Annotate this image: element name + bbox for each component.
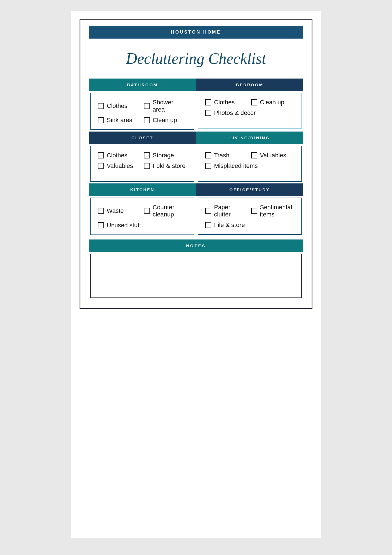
- checkbox[interactable]: [205, 152, 211, 158]
- checkbox[interactable]: [98, 103, 104, 109]
- item-label: Countercleanup: [153, 204, 174, 218]
- item-label: Clean up: [153, 117, 177, 124]
- item-label: Waste: [107, 207, 124, 215]
- checkbox[interactable]: [98, 163, 104, 169]
- kitchen-checklist: Waste Countercleanup Unused stuff: [98, 204, 187, 229]
- checkbox[interactable]: [205, 163, 211, 169]
- checkbox[interactable]: [251, 99, 257, 105]
- closet-section: CLOSET Clothes Storage: [89, 132, 196, 183]
- living-dining-section: LIVING/DINING Trash Valuables: [196, 132, 303, 183]
- office-study-header: OFFICE/STUDY: [196, 183, 303, 196]
- item-label: File & store: [214, 221, 245, 229]
- list-item: Photos & decor: [205, 109, 294, 117]
- list-item: File & store: [205, 221, 294, 229]
- sections-grid: BATHROOM Clothes Shower area: [89, 79, 303, 237]
- list-item: Trash: [205, 152, 248, 159]
- bedroom-body: Clothes Clean up Photos & decor: [198, 93, 302, 129]
- item-label: Clothes: [107, 152, 128, 159]
- list-item: Clothes: [98, 99, 141, 113]
- outer-border: HOUSTON HOME Decluttering Checklist BATH…: [80, 19, 312, 309]
- list-item: Sentimental items: [251, 204, 294, 218]
- item-label: Photos & decor: [214, 109, 256, 117]
- notes-body[interactable]: [90, 254, 302, 298]
- list-item: Fold & store: [144, 162, 187, 170]
- list-item: Clean up: [144, 117, 187, 124]
- item-label: Paper clutter: [214, 204, 248, 218]
- bathroom-section: BATHROOM Clothes Shower area: [89, 79, 196, 132]
- bedroom-checklist: Clothes Clean up Photos & decor: [205, 99, 294, 117]
- item-label: Valuables: [107, 162, 133, 170]
- checkbox[interactable]: [144, 103, 150, 109]
- list-item: Countercleanup: [144, 204, 187, 218]
- checkbox[interactable]: [98, 117, 104, 123]
- living-dining-header: LIVING/DINING: [196, 132, 303, 144]
- checkbox[interactable]: [144, 152, 150, 158]
- item-label: Trash: [214, 152, 229, 159]
- kitchen-header: KITCHEN: [89, 183, 196, 196]
- list-item: Clothes: [98, 152, 141, 159]
- checkbox[interactable]: [144, 117, 150, 123]
- closet-header: CLOSET: [89, 132, 196, 144]
- item-label: Valuables: [260, 152, 286, 159]
- item-label: Shower area: [153, 99, 187, 113]
- list-item: Paper clutter: [205, 204, 248, 218]
- item-label: Sink area: [107, 117, 133, 124]
- bedroom-section: BEDROOM Clothes Clean up: [196, 79, 303, 132]
- item-label: Misplaced items: [214, 162, 258, 170]
- item-label: Sentimental items: [260, 204, 294, 218]
- header-banner: HOUSTON HOME: [89, 26, 303, 39]
- checkbox[interactable]: [144, 163, 150, 169]
- item-label: Storage: [153, 152, 174, 159]
- notes-section: NOTES: [89, 239, 303, 298]
- office-study-section: OFFICE/STUDY Paper clutter Sentimental i…: [196, 183, 303, 237]
- list-item: Waste: [98, 204, 141, 218]
- kitchen-body: Waste Countercleanup Unused stuff: [90, 198, 194, 235]
- item-label: Clothes: [107, 102, 128, 110]
- list-item: Clothes: [205, 99, 248, 106]
- checkbox[interactable]: [205, 99, 211, 105]
- item-label: Unused stuff: [107, 222, 141, 229]
- list-item: Shower area: [144, 99, 187, 113]
- checkbox[interactable]: [98, 152, 104, 158]
- item-label: Clothes: [214, 99, 235, 106]
- kitchen-section: KITCHEN Waste Countercleanup: [89, 183, 196, 237]
- living-dining-body: Trash Valuables Misplaced items: [198, 146, 302, 182]
- header-banner-text: HOUSTON HOME: [171, 30, 221, 34]
- main-title: Decluttering Checklist: [89, 44, 303, 76]
- living-dining-checklist: Trash Valuables Misplaced items: [205, 152, 294, 170]
- list-item: Misplaced items: [205, 162, 294, 170]
- checkbox[interactable]: [251, 152, 257, 158]
- checkbox[interactable]: [98, 222, 104, 228]
- office-study-checklist: Paper clutter Sentimental items File & s…: [205, 204, 294, 229]
- page: HOUSTON HOME Decluttering Checklist BATH…: [71, 11, 321, 538]
- checkbox[interactable]: [205, 208, 211, 214]
- closet-body: Clothes Storage Valuables Fold & st: [90, 146, 194, 182]
- checkbox[interactable]: [251, 208, 257, 214]
- list-item: Valuables: [251, 152, 294, 159]
- bedroom-header: BEDROOM: [196, 79, 303, 91]
- item-label: Clean up: [260, 99, 284, 106]
- checkbox[interactable]: [98, 208, 104, 214]
- item-label: Fold & store: [153, 162, 186, 170]
- list-item: Valuables: [98, 162, 141, 170]
- list-item: Clean up: [251, 99, 294, 106]
- checkbox[interactable]: [144, 208, 150, 214]
- checkbox[interactable]: [205, 110, 211, 116]
- closet-checklist: Clothes Storage Valuables Fold & st: [98, 152, 187, 170]
- list-item: Unused stuff: [98, 222, 187, 229]
- checkbox[interactable]: [205, 222, 211, 228]
- list-item: Storage: [144, 152, 187, 159]
- notes-header: NOTES: [89, 239, 303, 252]
- bathroom-body: Clothes Shower area Sink area Clean: [90, 93, 194, 130]
- bathroom-checklist: Clothes Shower area Sink area Clean: [98, 99, 187, 124]
- bathroom-header: BATHROOM: [89, 79, 196, 91]
- list-item: Sink area: [98, 117, 141, 124]
- office-study-body: Paper clutter Sentimental items File & s…: [198, 198, 302, 235]
